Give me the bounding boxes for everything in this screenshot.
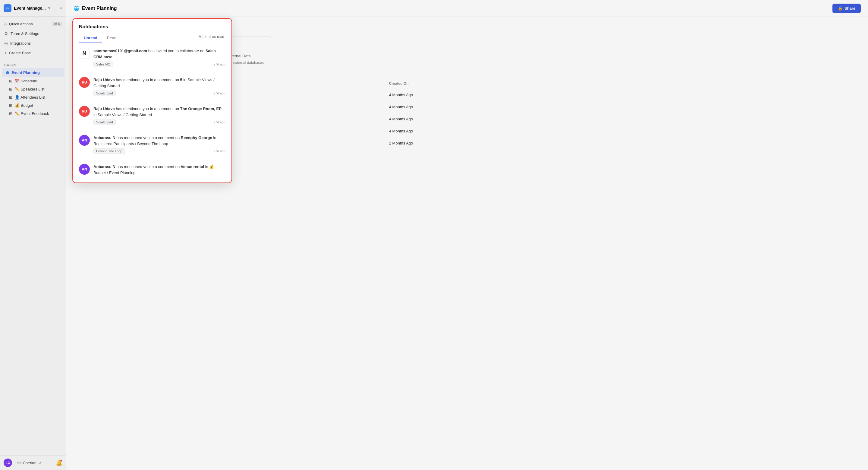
notification-tag: Beyond The Loop: [93, 148, 125, 154]
notification-body: Raju Udava has mentioned you in a commen…: [93, 77, 225, 96]
notification-text: samthomas0191@gmail.com has invited you …: [93, 48, 225, 60]
notification-tag: Sales HQ: [93, 62, 113, 67]
notification-tag: Scratchpad: [93, 90, 116, 96]
notification-body: samthomas0191@gmail.com has invited you …: [93, 48, 225, 67]
notification-footer: Scratchpad 27d ago: [93, 90, 225, 96]
notification-footer: Sales HQ 27d ago: [93, 62, 225, 67]
notification-item[interactable]: AN Anbarasu N has mentioned you in a com…: [73, 159, 231, 182]
notification-body: Raju Udava has mentioned you in a commen…: [93, 106, 225, 125]
notification-avatar: RU: [79, 106, 90, 117]
notif-tab-read[interactable]: Read: [102, 33, 121, 43]
notification-item[interactable]: RU Raju Udava has mentioned you in a com…: [73, 101, 231, 130]
notification-avatar: RU: [79, 77, 90, 88]
notif-tab-unread[interactable]: Unread: [79, 33, 102, 43]
notification-avatar: N: [79, 48, 90, 59]
notifications-panel: Notifications Unread Read Mark all as re…: [72, 18, 232, 183]
notification-footer: Scratchpad 27d ago: [93, 119, 225, 125]
notification-item[interactable]: RU Raju Udava has mentioned you in a com…: [73, 72, 231, 101]
notifications-list: N samthomas0191@gmail.com has invited yo…: [73, 43, 231, 182]
notification-tabs: Unread Read Mark all as read: [79, 33, 225, 43]
notification-body: Anbarasu N has mentioned you in a commen…: [93, 135, 225, 154]
notification-item[interactable]: N samthomas0191@gmail.com has invited yo…: [73, 43, 231, 72]
notification-text: Anbarasu N has mentioned you in a commen…: [93, 135, 225, 147]
notification-text: Anbarasu N has mentioned you in a commen…: [93, 164, 225, 176]
notification-time: 27d ago: [213, 91, 225, 95]
notification-body: Anbarasu N has mentioned you in a commen…: [93, 164, 225, 177]
notification-time: 27d ago: [213, 120, 225, 124]
notification-avatar: AN: [79, 164, 90, 175]
notifications-header: Notifications Unread Read Mark all as re…: [73, 19, 231, 43]
notification-avatar: AN: [79, 135, 90, 146]
notification-footer: Beyond The Loop 27d ago: [93, 148, 225, 154]
notification-tag: Scratchpad: [93, 119, 116, 125]
notification-time: 27d ago: [213, 149, 225, 153]
notification-text: Raju Udava has mentioned you in a commen…: [93, 77, 225, 89]
notification-item[interactable]: AN Anbarasu N has mentioned you in a com…: [73, 130, 231, 159]
notification-time: 27d ago: [213, 62, 225, 66]
notifications-title: Notifications: [79, 24, 225, 30]
mark-all-read-button[interactable]: Mark all as read: [198, 35, 225, 41]
notification-text: Raju Udava has mentioned you in a commen…: [93, 106, 225, 118]
